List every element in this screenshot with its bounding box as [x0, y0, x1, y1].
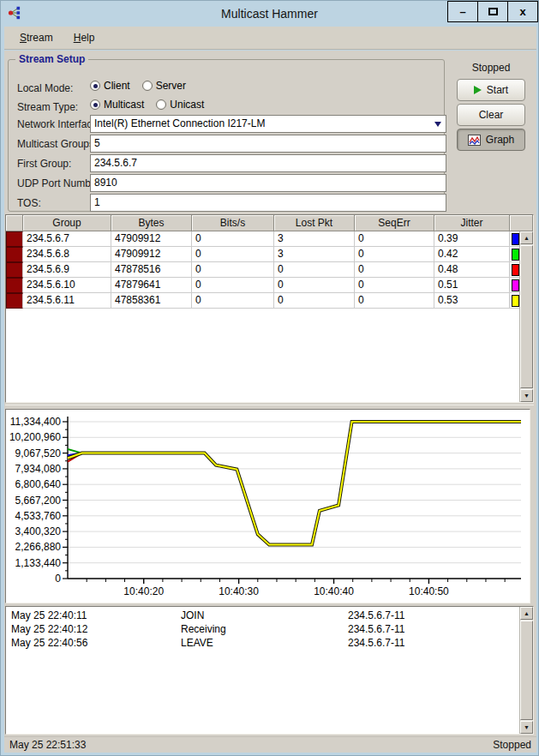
radio-multicast[interactable]: Multicast: [90, 99, 144, 111]
clear-button-label: Clear: [479, 109, 504, 121]
start-button[interactable]: Start: [457, 79, 525, 101]
table-row[interactable]: 234.5.6.8479099120300.42: [6, 247, 533, 262]
radio-server[interactable]: Server: [142, 80, 186, 92]
series-color-swatch: [512, 264, 519, 276]
column-header-bytes[interactable]: Bytes: [111, 215, 192, 231]
table-scrollbar[interactable]: ▲ ▼: [519, 231, 533, 402]
cell-lost_pkt: 0: [274, 262, 355, 278]
table-row[interactable]: 234.5.6.9478785160000.48: [6, 262, 533, 278]
menu-stream-rest: tream: [27, 32, 53, 44]
column-header-group[interactable]: Group: [23, 215, 111, 231]
y-tick-label: 7,934,080: [15, 463, 62, 475]
cell-jitter: 0.51: [434, 278, 510, 293]
x-tick-label: 10:40:30: [219, 585, 259, 597]
multicast-groups-input[interactable]: 5: [90, 135, 446, 153]
column-header-seqerr[interactable]: SeqErr: [355, 215, 434, 231]
scroll-up-icon[interactable]: ▲: [520, 607, 533, 620]
column-header-lost-pkt[interactable]: Lost Pkt: [274, 215, 355, 231]
minimize-button[interactable]: –: [447, 1, 478, 22]
log-row[interactable]: May 25 22:40:12Receiving234.5.6.7-11: [6, 623, 533, 637]
log-scrollbar-thumb[interactable]: [520, 621, 533, 720]
x-tick-label: 10:40:50: [409, 585, 449, 597]
table-scrollbar-thumb[interactable]: [520, 245, 533, 388]
log-row[interactable]: May 25 22:40:11JOIN234.5.6.7-11: [6, 609, 533, 623]
multicast-groups-label: Multicast Groups:: [17, 138, 97, 150]
series-color-swatch: [512, 249, 519, 261]
cell-lost_pkt: 3: [274, 231, 355, 247]
maximize-button[interactable]: [477, 1, 508, 22]
table-row[interactable]: 234.5.6.10478796410000.51: [6, 278, 533, 293]
cell-jitter: 0.42: [434, 247, 510, 262]
local-mode-label: Local Mode:: [17, 82, 73, 94]
local-mode-radio-group: Client Server: [90, 80, 186, 92]
log-event: Receiving: [181, 623, 226, 635]
series-line-234.5.6.11: [68, 422, 521, 544]
menu-help[interactable]: Help: [63, 28, 105, 47]
column-header-bits-s[interactable]: Bits/s: [192, 215, 274, 231]
column-header-jitter[interactable]: Jitter: [434, 215, 510, 231]
radio-server-circle: [142, 81, 153, 91]
cell-bytes: 47858361: [111, 293, 192, 309]
stats-table-header: GroupBytesBits/sLost PktSeqErrJitter: [6, 215, 533, 231]
row-marker: [6, 231, 23, 247]
cell-seq_err: 0: [355, 262, 434, 278]
menu-stream-mnemonic: S: [20, 32, 27, 44]
stream-setup-title: Stream Setup: [15, 53, 88, 65]
menu-help-rest: elp: [81, 32, 94, 44]
title-bar[interactable]: Multicast Hammer – x: [1, 1, 538, 26]
traffic-chart: 01,133,4402,266,8803,400,3204,533,7605,6…: [6, 410, 530, 603]
series-color-swatch: [512, 279, 519, 291]
table-row[interactable]: 234.5.6.7479099120300.39: [6, 231, 533, 247]
udp-port-value: 8910: [94, 177, 117, 189]
radio-unicast-label: Unicast: [170, 99, 204, 111]
graph-button[interactable]: Graph: [457, 129, 525, 151]
cell-seq_err: 0: [355, 231, 434, 247]
stats-table-body: 234.5.6.7479099120300.39234.5.6.84790991…: [6, 231, 533, 309]
status-bar-state: Stopped: [493, 739, 531, 751]
radio-server-label: Server: [156, 80, 186, 92]
y-tick-label: 4,533,760: [15, 510, 62, 522]
stream-status-text: Stopped: [453, 62, 529, 74]
series-line-234.5.6.9: [68, 422, 521, 544]
multicast-groups-value: 5: [94, 137, 100, 149]
cell-bytes: 47909912: [111, 247, 192, 262]
cell-group: 234.5.6.7: [23, 231, 111, 247]
y-tick-label: 11,334,400: [10, 416, 61, 428]
cell-bits_s: 0: [192, 231, 274, 247]
cell-lost_pkt: 0: [274, 278, 355, 293]
traffic-chart-panel: 01,133,4402,266,8803,400,3204,533,7605,6…: [5, 409, 530, 603]
clear-button[interactable]: Clear: [457, 104, 525, 126]
cell-group: 234.5.6.9: [23, 262, 111, 278]
log-target-group: 234.5.6.7-11: [348, 609, 405, 621]
tos-input[interactable]: 1: [90, 194, 446, 212]
first-group-input[interactable]: 234.5.6.7: [90, 154, 446, 172]
y-tick-label: 5,667,200: [15, 495, 62, 507]
series-line-234.5.6.8: [68, 422, 521, 544]
y-tick-label: 10,200,960: [9, 431, 61, 443]
network-interface-select[interactable]: Intel(R) Ethernet Connection I217-LM: [90, 115, 446, 133]
menu-stream[interactable]: Stream: [9, 28, 63, 47]
table-row[interactable]: 234.5.6.11478583610000.53: [6, 293, 533, 309]
cell-bits_s: 0: [192, 278, 274, 293]
network-interface-label: Network Interface:: [17, 118, 100, 130]
log-scrollbar[interactable]: ▲ ▼: [519, 607, 533, 734]
cell-jitter: 0.48: [434, 262, 510, 278]
cell-lost_pkt: 0: [274, 293, 355, 309]
scroll-down-icon[interactable]: ▼: [520, 721, 533, 734]
cell-bytes: 47879641: [111, 278, 192, 293]
log-timestamp: May 25 22:40:56: [11, 637, 87, 649]
graph-icon: [468, 135, 481, 146]
radio-multicast-circle: [90, 99, 100, 110]
close-button[interactable]: x: [507, 1, 538, 22]
y-tick-label: 0: [55, 573, 61, 585]
event-log-list: May 25 22:40:11JOIN234.5.6.7-11May 25 22…: [6, 609, 533, 651]
scroll-up-icon[interactable]: ▲: [520, 231, 533, 244]
log-row[interactable]: May 25 22:40:56LEAVE234.5.6.7-11: [6, 637, 533, 651]
scroll-down-icon[interactable]: ▼: [520, 389, 533, 402]
first-group-label: First Group:: [17, 158, 71, 170]
radio-unicast[interactable]: Unicast: [156, 99, 204, 111]
udp-port-input[interactable]: 8910: [90, 174, 446, 192]
maximize-icon: [488, 8, 498, 15]
cell-seq_err: 0: [355, 278, 434, 293]
radio-client[interactable]: Client: [90, 80, 130, 92]
